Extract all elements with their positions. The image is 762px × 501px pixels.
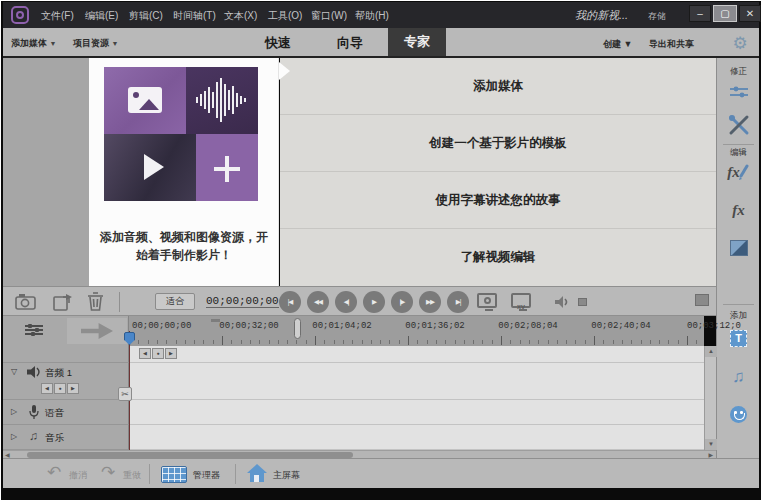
menu-text[interactable]: 文本(X) [224,9,257,23]
export-share-button[interactable]: 导出和共享 [649,38,694,51]
scissors-icon[interactable]: ✂ [118,387,132,401]
frame-back-button[interactable]: ◀| [335,291,357,313]
keyframe-prev-icon[interactable]: ◀ [139,348,151,359]
maximize-button[interactable]: ▢ [713,5,737,22]
timeline-header [3,316,129,346]
tab-quick[interactable]: 快速 [265,34,291,52]
task-learn-editing[interactable]: 了解视频编辑 [280,229,716,286]
ruler-label: 00;01;36;02 [405,321,464,331]
monitor-caption-icon[interactable]: xy [511,293,531,308]
organizer-icon[interactable] [161,466,187,483]
go-to-end-button[interactable]: ▶| [447,291,469,313]
timeline-horizontal-scrollbar[interactable]: ◀ ▶ [3,450,716,458]
fit-button[interactable]: 适合 [155,293,195,310]
ruler-label: 00;00;32;00 [219,321,278,331]
rewind-button[interactable]: ◀◀ [307,291,329,313]
scroll-up-icon[interactable]: ▲ [705,346,717,357]
keyframe-nav[interactable]: ◀ ● ▶ [139,348,177,359]
music-note-icon: ♫ [29,429,38,443]
current-timecode[interactable]: 00;00;00;00 [206,295,279,308]
bottom-bar: ↶ 撤消 ↷ 重做 管理器 主屏幕 [3,458,759,488]
tools-icon[interactable] [717,114,760,136]
home-label[interactable]: 主屏幕 [273,469,300,482]
undo-icon[interactable]: ↶ [47,459,61,487]
fast-forward-button[interactable]: ▶▶ [419,291,441,313]
keyframe-add-icon[interactable]: ● [54,383,66,394]
undo-label[interactable]: 撤消 [69,469,87,482]
speaker-icon [27,366,41,378]
keyframe-add-icon[interactable]: ● [152,348,164,359]
titles-text-icon[interactable]: T [717,330,760,347]
work-area-handle[interactable] [294,318,301,339]
menu-timeline[interactable]: 时间轴(T) [173,9,216,23]
welcome-caption: 添加音频、视频和图像资源，开始着手制作影片！ [99,228,269,264]
menu-tools[interactable]: 工具(O) [268,9,302,23]
collapse-triangle-icon[interactable]: ▽ [11,367,17,376]
collapse-triangle-icon[interactable]: ▷ [11,432,17,441]
menu-edit[interactable]: 编辑(E) [85,9,118,23]
camera-icon[interactable] [15,293,39,310]
collapse-triangle-icon[interactable]: ▷ [11,407,17,416]
track-music[interactable] [129,425,704,450]
app-window: 文件(F) 编辑(E) 剪辑(C) 时间轴(T) 文本(X) 工具(O) 窗口(… [1,1,761,500]
photo-icon [128,87,162,113]
ruler-label: 00;02;40;04 [591,321,650,331]
keyframe-nav[interactable]: ◀ ● ▶ [41,383,79,394]
transitions-icon[interactable] [717,240,760,256]
track-audio1[interactable] [129,363,704,400]
menu-clip[interactable]: 剪辑(C) [129,9,163,23]
monitor-settings-icon[interactable] [477,293,497,308]
track-settings-icon[interactable] [25,323,43,338]
redo-icon[interactable]: ↷ [101,459,115,487]
edit-section-label: 编辑 [717,147,760,159]
media-collage [104,67,258,201]
task-tell-story[interactable]: 使用字幕讲述您的故事 [280,172,716,229]
track-video1[interactable]: ◀ ● ▶ [129,346,704,363]
track-header-video1 [3,346,129,363]
keyframe-prev-icon[interactable]: ◀ [41,383,53,394]
ruler-label: 00;00;00;00 [132,321,191,331]
fx-pencil-icon[interactable]: fx [717,164,760,181]
go-to-start-button[interactable]: |◀ [279,291,301,313]
scroll-down-icon[interactable]: ▼ [705,439,717,450]
task-create-template[interactable]: 创建一个基于影片的模板 [280,115,716,172]
monitor-left-margin [3,58,89,286]
zoom-in-icon[interactable] [695,294,709,306]
track-voice[interactable] [129,400,704,425]
minimize-button[interactable]: – [689,5,711,22]
close-button[interactable]: ✕ [739,5,761,22]
create-dropdown[interactable]: 创建 ▼ [603,38,632,51]
zoom-out-icon[interactable] [578,298,587,306]
settings-gear-icon[interactable]: ⚙ [725,32,755,56]
project-assets-dropdown[interactable]: 项目资源 ▼ [73,37,118,50]
organizer-label[interactable]: 管理器 [193,469,220,482]
graphics-smiley-icon[interactable] [717,406,760,423]
menu-help[interactable]: 帮助(H) [355,9,389,23]
add-media-dropdown[interactable]: 添加媒体 ▼ [11,37,56,50]
keyframe-next-icon[interactable]: ▶ [67,383,79,394]
ruler-label: 00;02;08;04 [498,321,557,331]
tab-expert[interactable]: 专家 [388,28,446,56]
timeline-ruler[interactable]: 00;00;00;00 00;00;32;00 00;01;04;02 00;0… [129,316,704,346]
music-icon[interactable]: ♫ [717,368,760,385]
tab-guided[interactable]: 向导 [337,34,363,52]
menu-file[interactable]: 文件(F) [41,9,74,23]
rotate-crop-icon[interactable] [53,293,73,311]
work-area-marker[interactable] [211,319,220,322]
timeline-vertical-scrollbar[interactable]: ▲ ▼ [704,346,716,450]
keyframe-next-icon[interactable]: ▶ [165,348,177,359]
redo-label[interactable]: 重做 [123,469,141,482]
task-add-media[interactable]: 添加媒体 [280,58,716,115]
audio-meter-icon[interactable] [555,296,569,308]
trash-icon[interactable] [87,292,105,311]
chevron-down-icon: ▼ [112,40,119,47]
project-title: 我的新视... [575,8,628,23]
play-button[interactable]: ▶ [363,291,385,313]
menu-window[interactable]: 窗口(W) [311,9,347,23]
fx-effects-icon[interactable]: fx [717,202,760,219]
home-icon[interactable] [247,464,267,483]
frame-forward-button[interactable]: |▶ [391,291,413,313]
save-button[interactable]: 存储 [648,10,666,23]
timeline-arrow-icon[interactable] [81,323,113,339]
adjust-sliders-icon[interactable] [717,84,760,100]
